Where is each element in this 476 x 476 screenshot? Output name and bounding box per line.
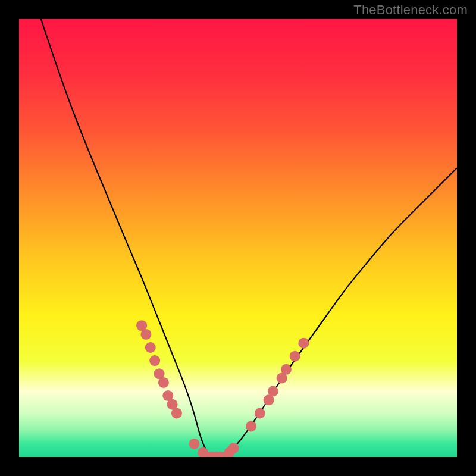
marker-point	[290, 351, 300, 362]
marker-point	[228, 443, 239, 453]
marker-point	[140, 329, 151, 340]
marker-point	[255, 408, 265, 418]
marker-point	[268, 386, 278, 397]
plot-area	[19, 19, 457, 457]
watermark-text: TheBottleneck.com	[353, 2, 468, 18]
marker-point	[246, 421, 256, 431]
gradient-background	[19, 19, 457, 457]
marker-point	[189, 439, 199, 449]
marker-point	[281, 364, 292, 375]
marker-point	[171, 408, 182, 418]
marker-point	[298, 338, 309, 349]
marker-point	[145, 342, 156, 353]
bottleneck-chart	[19, 19, 457, 457]
marker-point	[149, 355, 160, 366]
marker-point	[158, 377, 169, 388]
chart-frame: TheBottleneck.com	[0, 0, 476, 476]
